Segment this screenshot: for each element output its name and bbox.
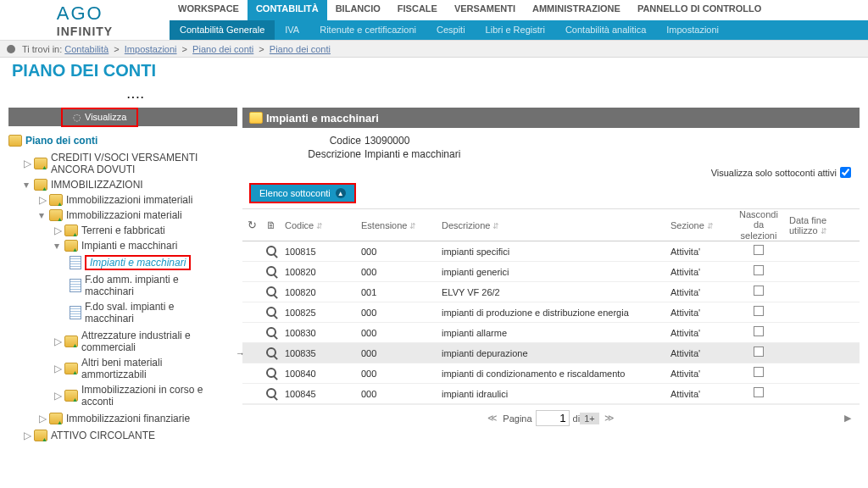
magnify-icon[interactable]	[266, 388, 276, 398]
breadcrumb-expand-icon[interactable]	[7, 45, 15, 53]
main-nav-item[interactable]: VERSAMENTI	[446, 0, 524, 20]
breadcrumb-link[interactable]: Contabilità	[64, 44, 108, 54]
page-title: PIANO DEI CONTI	[0, 58, 868, 89]
pager-label: Pagina	[503, 413, 531, 424]
main-nav-item[interactable]: AMMINISTRAZIONE	[524, 0, 629, 20]
filter-row: Visualizza solo sottoconti attivi	[242, 167, 860, 181]
cell-sezione: Attivita'	[665, 385, 733, 402]
magnify-icon[interactable]	[266, 307, 276, 317]
tree-node[interactable]: ▷Immobilizzazioni finanziarie	[39, 411, 237, 426]
tree-node[interactable]: ▷ATTIVO CIRCOLANTE	[24, 428, 237, 443]
col-sezione[interactable]: Sezione⇵	[665, 217, 733, 234]
main-nav-item[interactable]: PANNELLO DI CONTROLLO	[629, 0, 770, 20]
sub-nav-item[interactable]: Libri e Registri	[476, 20, 555, 41]
magnify-icon[interactable]	[266, 266, 276, 276]
table-row[interactable]: 100815000impianti specificiAttivita'	[242, 241, 860, 262]
expand-icon[interactable]: ▷	[24, 430, 32, 441]
expand-icon[interactable]: ▷	[24, 158, 32, 169]
filter-checkbox[interactable]	[840, 167, 851, 178]
tree-node[interactable]: ▷CREDITI V/SOCI VERSAMENTI ANCORA DOVUTI	[24, 150, 237, 177]
tree-node[interactable]: ▷Immobilizzazioni immateriali	[39, 192, 237, 208]
cell-descrizione: impianti generici	[437, 263, 665, 280]
sub-nav-item[interactable]: Ritenute e certificazioni	[309, 20, 426, 41]
table-row[interactable]: 100820000impianti genericiAttivita'	[242, 262, 860, 282]
panel-title: Impianti e macchinari	[266, 112, 379, 125]
expand-icon[interactable]: ▷	[54, 336, 63, 347]
main-nav: WORKSPACECONTABILITÀBILANCIOFISCALEVERSA…	[170, 0, 868, 20]
main-nav-item[interactable]: FISCALE	[389, 0, 446, 20]
tree-node[interactable]: ▾Immobilizzazioni materiali ▷Terreni e f…	[39, 208, 237, 411]
magnify-icon[interactable]	[266, 246, 276, 256]
main-nav-item[interactable]: BILANCIO	[327, 0, 389, 20]
tree-node[interactable]: ▷Altri beni materiali ammortizzabili	[54, 355, 237, 382]
table-row[interactable]: →100835000impianti depurazioneAttivita'	[242, 343, 860, 363]
table-row[interactable]: 100825000impianti di produzione e distri…	[242, 302, 860, 323]
hide-checkbox[interactable]	[754, 326, 764, 336]
sub-nav-item[interactable]: Impostazioni	[656, 20, 729, 41]
hide-checkbox[interactable]	[754, 387, 764, 397]
col-data-fine[interactable]: Data fine utilizzo⇵	[784, 212, 860, 239]
cell-data-fine	[784, 391, 860, 397]
cell-codice: 100845	[280, 385, 356, 402]
refresh-icon[interactable]	[248, 220, 257, 230]
magnify-icon[interactable]	[266, 286, 276, 297]
col-nascondi[interactable]: Nascondi da selezioni	[733, 206, 784, 243]
table-row[interactable]: 100830000impianti allarmeAttivita'	[242, 323, 860, 343]
document-icon	[70, 279, 81, 292]
visualizza-button[interactable]: ◌ Visualizza	[63, 109, 136, 125]
expand-icon[interactable]: ▷	[39, 194, 47, 206]
hide-checkbox[interactable]	[754, 367, 764, 377]
hide-checkbox[interactable]	[754, 347, 764, 357]
hide-checkbox[interactable]	[754, 265, 764, 275]
tree-node[interactable]: ▾IMMOBILIZZAZIONI ▷Immobilizzazioni imma…	[24, 177, 237, 428]
breadcrumb-link[interactable]: Impostazioni	[125, 44, 177, 54]
page-next-icon[interactable]: ≫	[604, 413, 615, 424]
sub-nav-item[interactable]: Contabilità Generale	[170, 20, 275, 41]
main-nav-item[interactable]: CONTABILITÀ	[248, 0, 327, 20]
expand-icon[interactable]: ▷	[54, 225, 63, 236]
cell-sezione: Attivita'	[665, 284, 733, 301]
collapse-icon[interactable]: ▾	[54, 240, 63, 252]
cell-estensione: 000	[356, 365, 437, 382]
cell-data-fine	[784, 309, 860, 316]
cell-descrizione: impianti idraulici	[437, 385, 665, 402]
logo: AGO INFINITY	[0, 0, 170, 40]
expand-icon[interactable]: ▷	[54, 390, 63, 402]
pager-input[interactable]	[536, 410, 570, 426]
tree-node-selected[interactable]: Impianti e macchinari	[70, 253, 237, 272]
table-row[interactable]: 100845000impianti idrauliciAttivita'	[242, 384, 860, 404]
col-estensione[interactable]: Estensione⇵	[356, 217, 437, 234]
magnify-icon[interactable]	[266, 327, 276, 337]
breadcrumb-link[interactable]: Piano dei conti	[192, 44, 253, 54]
magnify-icon[interactable]	[266, 347, 276, 358]
table-row[interactable]: 100820001ELVY VF 26/2Attivita'	[242, 282, 860, 302]
col-codice[interactable]: Codice⇵	[280, 217, 356, 234]
table-row[interactable]: 100840000impianti di condizionamento e r…	[242, 363, 860, 384]
elenco-sottoconti-button[interactable]: Elenco sottoconti ▲	[249, 183, 356, 203]
new-doc-icon[interactable]	[266, 220, 276, 230]
tree-node[interactable]: ▷Attrezzature industriali e commerciali	[54, 328, 237, 355]
play-icon[interactable]: ▶	[844, 413, 851, 424]
tree-node[interactable]: ▷Immobilizzazioni in corso e acconti	[54, 382, 237, 409]
breadcrumb-link[interactable]: Piano dei conti	[270, 44, 331, 54]
tree-root[interactable]: Piano dei conti	[8, 135, 237, 147]
main-nav-item[interactable]: WORKSPACE	[170, 0, 248, 20]
hide-checkbox[interactable]	[754, 306, 764, 316]
expand-icon[interactable]: ▷	[54, 363, 63, 374]
tree-node[interactable]: F.do sval. impianti e macchinari	[70, 299, 237, 326]
page-first-icon[interactable]: ≪	[487, 413, 498, 424]
collapse-icon[interactable]: ▾	[24, 179, 32, 191]
hide-checkbox[interactable]	[754, 245, 764, 255]
tree-node[interactable]: ▾Impianti e macchinari Impianti e macchi…	[54, 238, 237, 328]
col-descrizione[interactable]: Descrizione⇵	[437, 217, 665, 234]
collapse-icon[interactable]: ▾	[39, 209, 47, 221]
expand-icon[interactable]: ▷	[39, 413, 47, 424]
folder-icon	[249, 112, 263, 124]
tree-node[interactable]: F.do amm. impianti e macchinari	[70, 272, 237, 299]
hide-checkbox[interactable]	[754, 286, 764, 296]
sub-nav-item[interactable]: Contabilità analitica	[555, 20, 656, 41]
sub-nav-item[interactable]: IVA	[275, 20, 309, 41]
tree-node[interactable]: ▷Terreni e fabbricati	[54, 223, 237, 238]
magnify-icon[interactable]	[266, 368, 276, 378]
sub-nav-item[interactable]: Cespiti	[426, 20, 476, 41]
